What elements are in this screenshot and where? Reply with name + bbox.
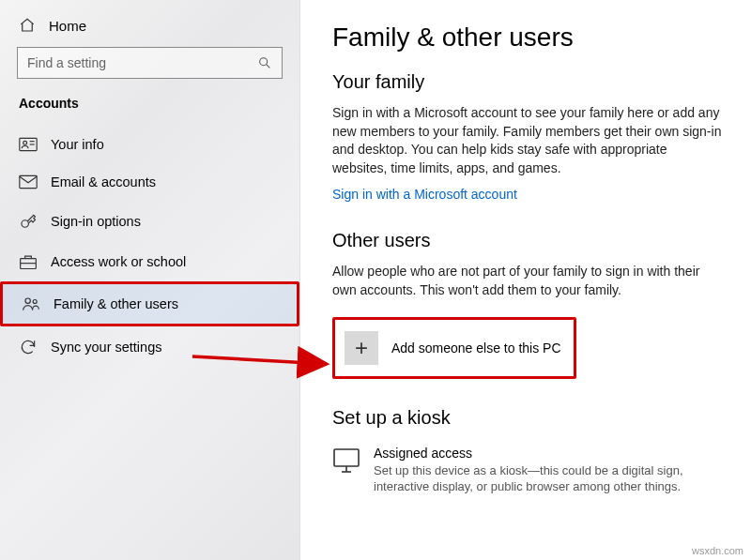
monitor-icon xyxy=(332,446,360,474)
sidebar-item-family-users[interactable]: Family & other users xyxy=(0,281,299,326)
sync-icon xyxy=(19,338,38,356)
search-settings-input[interactable] xyxy=(27,55,257,70)
svg-point-3 xyxy=(23,141,27,144)
home-label: Home xyxy=(49,18,86,34)
sidebar-item-signin-options[interactable]: Sign-in options xyxy=(0,201,299,242)
kiosk-section: Set up a kiosk Assigned access Set up th… xyxy=(332,407,723,495)
home-icon xyxy=(19,17,36,34)
assigned-access-item[interactable]: Assigned access Set up this device as a … xyxy=(332,440,723,495)
sidebar-item-your-info[interactable]: Your info xyxy=(0,126,299,163)
sidebar-item-label: Family & other users xyxy=(54,296,178,311)
sidebar-nav-list: Your info Email & accounts Sign-in optio… xyxy=(0,126,299,368)
people-icon xyxy=(22,295,40,312)
settings-sidebar: Home Accounts Your info Em xyxy=(0,0,300,560)
home-nav[interactable]: Home xyxy=(0,17,299,47)
page-title: Family & other users xyxy=(332,23,723,53)
sidebar-item-label: Sync your settings xyxy=(51,340,161,355)
plus-icon: + xyxy=(345,331,378,365)
svg-point-11 xyxy=(33,300,37,304)
add-someone-label: Add someone else to this PC xyxy=(391,341,561,356)
family-heading: Your family xyxy=(332,71,723,93)
key-icon xyxy=(19,212,38,231)
sidebar-item-sync[interactable]: Sync your settings xyxy=(0,326,299,368)
kiosk-heading: Set up a kiosk xyxy=(332,407,723,429)
sidebar-item-email[interactable]: Email & accounts xyxy=(0,163,299,201)
add-someone-button[interactable]: + Add someone else to this PC xyxy=(332,317,576,379)
your-family-section: Your family Sign in with a Microsoft acc… xyxy=(332,71,723,202)
search-icon xyxy=(257,55,272,70)
kiosk-item-desc: Set up this device as a kiosk—this could… xyxy=(374,462,723,495)
sidebar-item-label: Your info xyxy=(51,137,104,152)
briefcase-icon xyxy=(19,253,38,270)
svg-point-0 xyxy=(260,58,268,66)
svg-point-10 xyxy=(25,298,30,303)
sidebar-item-label: Access work or school xyxy=(51,254,186,269)
other-users-section: Other users Allow people who are not par… xyxy=(332,230,723,299)
svg-rect-6 xyxy=(20,175,37,188)
other-users-heading: Other users xyxy=(332,230,723,251)
person-card-icon xyxy=(19,137,38,152)
sidebar-item-label: Email & accounts xyxy=(51,174,156,189)
sidebar-item-work-school[interactable]: Access work or school xyxy=(0,242,299,281)
sidebar-section-title: Accounts xyxy=(0,96,299,126)
family-body: Sign in with a Microsoft account to see … xyxy=(332,104,723,177)
kiosk-item-title: Assigned access xyxy=(374,446,723,461)
search-settings-input-wrap[interactable] xyxy=(17,47,283,79)
main-content: Family & other users Your family Sign in… xyxy=(300,0,751,560)
svg-line-1 xyxy=(267,65,270,68)
sidebar-item-label: Sign-in options xyxy=(51,214,141,229)
watermark: wsxdn.com xyxy=(692,545,743,556)
other-users-body: Allow people who are not part of your fa… xyxy=(332,263,723,299)
mail-icon xyxy=(19,174,38,189)
svg-rect-12 xyxy=(334,449,359,466)
signin-ms-account-link[interactable]: Sign in with a Microsoft account xyxy=(332,187,517,202)
